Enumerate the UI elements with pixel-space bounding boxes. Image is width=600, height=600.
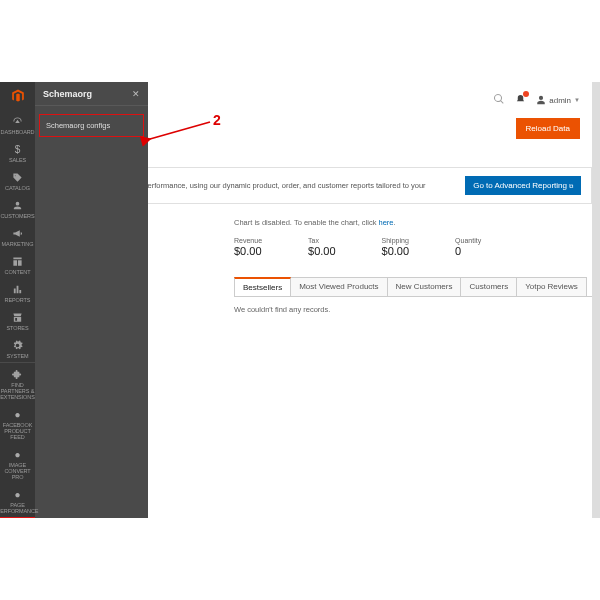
dollar-icon: $ <box>11 142 25 156</box>
submenu-link-configs[interactable]: Schemaorg configs <box>39 114 144 137</box>
sidebar-item-marketing[interactable]: MARKETING <box>0 222 35 250</box>
megaphone-icon <box>11 226 25 240</box>
annotation-2: 2 <box>213 112 221 128</box>
tab-new-customers[interactable]: New Customers <box>388 277 462 296</box>
search-icon[interactable] <box>493 93 505 107</box>
submenu-title: Schemaorg <box>43 89 92 99</box>
reload-button[interactable]: Reload Data <box>516 118 580 139</box>
main-content: admin ▼ Reload Data d of your business' … <box>148 82 592 518</box>
tab-customers[interactable]: Customers <box>461 277 517 296</box>
sidebar-item-dashboard[interactable]: DASHBOARD <box>0 110 35 138</box>
sidebar-item-schemaorg[interactable]: ●SCHEMAORG <box>0 517 35 518</box>
enable-chart-link[interactable]: here <box>379 218 394 227</box>
sidebar-item-catalog[interactable]: CATALOG <box>0 166 35 194</box>
sidebar-item-content[interactable]: CONTENT <box>0 250 35 278</box>
sidebar-item-facebook[interactable]: ●FACEBOOK PRODUCT FEED <box>0 403 35 443</box>
magento-logo[interactable] <box>0 82 35 110</box>
stat-quantity: Quantity0 <box>455 237 481 257</box>
dot-icon: ● <box>11 447 25 461</box>
user-menu[interactable]: admin ▼ <box>536 95 580 105</box>
sidebar-item-stores[interactable]: STORES <box>0 306 35 334</box>
stat-shipping: Shipping$0.00 <box>382 237 410 257</box>
close-icon[interactable]: ✕ <box>132 89 140 99</box>
dot-icon: ● <box>11 407 25 421</box>
stat-tax: Tax$0.00 <box>308 237 336 257</box>
gear-icon <box>11 338 25 352</box>
notification-icon[interactable] <box>515 94 526 107</box>
layout-icon <box>11 254 25 268</box>
bars-icon <box>11 282 25 296</box>
dot-icon: ● <box>11 487 25 501</box>
gauge-icon <box>11 114 25 128</box>
chevron-down-icon: ▼ <box>574 97 580 103</box>
user-label: admin <box>549 96 571 105</box>
submenu-schemaorg: Schemaorg ✕ Schemaorg configs <box>35 82 148 518</box>
sidebar-item-partners[interactable]: FIND PARTNERS & EXTENSIONS <box>0 363 35 403</box>
admin-sidebar: DASHBOARD $SALES CATALOG CUSTOMERS MARKE… <box>0 82 35 518</box>
external-icon: ⧉ <box>569 183 573 189</box>
sidebar-item-customers[interactable]: CUSTOMERS <box>0 194 35 222</box>
advanced-button[interactable]: Go to Advanced Reporting⧉ <box>465 176 581 195</box>
tab-bestsellers[interactable]: Bestsellers <box>234 277 291 296</box>
tag-icon <box>11 170 25 184</box>
dashboard-tabs: Bestsellers Most Viewed Products New Cus… <box>234 277 592 296</box>
store-icon <box>11 310 25 324</box>
tab-empty-msg: We couldn't find any records. <box>234 296 592 322</box>
person-icon <box>11 198 25 212</box>
chart-disabled-note: Chart is disabled. To enable the chart, … <box>234 214 592 231</box>
sidebar-item-perf[interactable]: ●PAGE PERFORMANCE <box>0 483 35 517</box>
tab-yotpo[interactable]: Yotpo Reviews <box>517 277 587 296</box>
puzzle-icon <box>11 367 25 381</box>
window-scrollbar[interactable] <box>592 82 600 518</box>
sidebar-item-imageconvert[interactable]: ●IMAGE CONVERT PRO <box>0 443 35 483</box>
tab-most-viewed[interactable]: Most Viewed Products <box>291 277 387 296</box>
sidebar-item-sales[interactable]: $SALES <box>0 138 35 166</box>
sidebar-item-reports[interactable]: REPORTS <box>0 278 35 306</box>
stat-revenue: Revenue$0.00 <box>234 237 262 257</box>
sidebar-item-system[interactable]: SYSTEM <box>0 334 35 362</box>
